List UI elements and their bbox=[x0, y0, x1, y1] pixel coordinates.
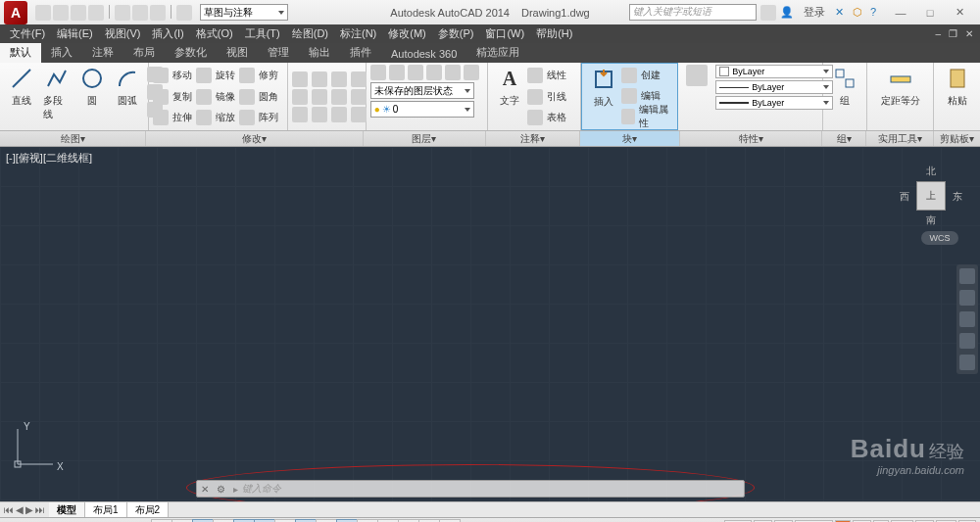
trim-icon[interactable] bbox=[239, 68, 255, 83]
command-line[interactable]: ✕ ⚙ ▸ 键入命令 bbox=[196, 480, 745, 498]
scale-icon[interactable] bbox=[196, 110, 212, 125]
qat-print-icon[interactable] bbox=[115, 5, 130, 21]
drawing-area[interactable]: [-][俯视][二维线框] Y X 上 北 南 西 东 WCS ✕ ⚙ ▸ 键入… bbox=[0, 147, 980, 501]
layerprev-icon[interactable] bbox=[464, 65, 479, 80]
layout-tab-2[interactable]: 布局2 bbox=[127, 502, 170, 518]
layerlock-icon[interactable] bbox=[426, 65, 442, 80]
menu-draw[interactable]: 绘图(D) bbox=[286, 26, 334, 41]
window-minimize-button[interactable]: — bbox=[888, 4, 913, 22]
layeroff-icon[interactable] bbox=[389, 65, 405, 80]
qat-new-icon[interactable] bbox=[35, 5, 51, 21]
sc-icon[interactable] bbox=[418, 519, 440, 523]
tab-a360[interactable]: Autodesk 360 bbox=[381, 45, 466, 63]
fullnav-icon[interactable] bbox=[959, 268, 975, 284]
mirror-icon[interactable] bbox=[196, 89, 212, 105]
menu-modify[interactable]: 修改(M) bbox=[382, 26, 432, 41]
viewcube-south[interactable]: 南 bbox=[926, 214, 936, 227]
showmotion-icon[interactable] bbox=[959, 355, 975, 370]
layerfreeze-icon[interactable] bbox=[408, 65, 423, 80]
circle-button[interactable]: 圆 bbox=[74, 65, 110, 128]
dyn-icon[interactable] bbox=[336, 519, 358, 523]
app-menu-button[interactable]: A bbox=[4, 1, 27, 24]
window-maximize-button[interactable]: □ bbox=[917, 4, 943, 22]
align-icon[interactable] bbox=[351, 89, 367, 105]
viewcube-east[interactable]: 东 bbox=[953, 190, 962, 204]
view-cube[interactable]: 上 北 南 西 东 bbox=[900, 165, 962, 227]
panel-label-block[interactable]: 块 ▾ bbox=[580, 131, 680, 146]
menu-format[interactable]: 格式(O) bbox=[190, 26, 239, 41]
ducs-icon[interactable] bbox=[316, 519, 337, 523]
group-button[interactable]: 组 bbox=[827, 65, 862, 108]
fillet-icon[interactable] bbox=[239, 89, 255, 105]
menu-window[interactable]: 窗口(W) bbox=[479, 26, 530, 41]
menu-help[interactable]: 帮助(H) bbox=[530, 26, 578, 41]
layermatch-icon[interactable] bbox=[445, 65, 461, 80]
tab-home[interactable]: 默认 bbox=[0, 42, 41, 63]
viewcube-north[interactable]: 北 bbox=[926, 165, 936, 178]
reverse-icon[interactable] bbox=[312, 107, 327, 122]
menu-tools[interactable]: 工具(T) bbox=[239, 26, 286, 41]
polar-icon[interactable] bbox=[233, 519, 255, 523]
cmdline-close-icon[interactable]: ✕ bbox=[197, 484, 213, 495]
qat-redo-icon[interactable] bbox=[150, 5, 166, 21]
text-button[interactable]: A文字 bbox=[492, 65, 527, 128]
qat-saveas-icon[interactable] bbox=[88, 5, 104, 21]
exchange-icon[interactable]: ✕ bbox=[835, 6, 849, 20]
help-icon[interactable]: ? bbox=[870, 6, 884, 20]
orbit-icon[interactable] bbox=[959, 333, 975, 349]
offset-icon[interactable] bbox=[331, 71, 347, 87]
qat-undo-icon[interactable] bbox=[132, 5, 148, 21]
ltab-prev-icon[interactable]: ◀ bbox=[16, 504, 24, 515]
panel-label-utilities[interactable]: 实用工具 ▾ bbox=[866, 131, 934, 146]
tab-featured[interactable]: 精选应用 bbox=[466, 42, 529, 63]
leader-icon[interactable] bbox=[527, 89, 543, 105]
tab-plugins[interactable]: 插件 bbox=[340, 42, 381, 63]
chamfer-icon[interactable] bbox=[331, 89, 347, 105]
erase-icon[interactable] bbox=[292, 71, 308, 87]
panel-label-layer[interactable]: 图层 ▾ bbox=[364, 131, 486, 146]
viewcube-west[interactable]: 西 bbox=[900, 190, 909, 204]
lengthen-icon[interactable] bbox=[292, 107, 308, 122]
cmdline-options-icon[interactable]: ⚙ bbox=[213, 484, 229, 495]
blend-icon[interactable] bbox=[331, 107, 347, 122]
measure-button[interactable]: 定距等分 bbox=[871, 65, 929, 108]
cmdline-input[interactable]: 键入命令 bbox=[242, 482, 281, 496]
panel-label-clipboard[interactable]: 剪贴板 ▾ bbox=[934, 131, 980, 146]
panel-label-modify[interactable]: 修改 ▾ bbox=[146, 131, 364, 146]
layer-state-dropdown[interactable]: 未保存的图层状态 bbox=[370, 82, 474, 99]
zoom-icon[interactable] bbox=[959, 311, 975, 327]
copy-icon[interactable] bbox=[153, 89, 169, 105]
overkill-icon[interactable] bbox=[351, 107, 367, 122]
tab-insert[interactable]: 插入 bbox=[41, 42, 82, 63]
blockattr-icon[interactable] bbox=[621, 109, 635, 124]
qat-save-icon[interactable] bbox=[71, 5, 86, 21]
insert-button[interactable]: 插入 bbox=[586, 66, 621, 127]
ltab-last-icon[interactable]: ⏭ bbox=[35, 504, 45, 515]
menu-file[interactable]: 文件(F) bbox=[4, 26, 51, 41]
polyline-button[interactable]: 多段线 bbox=[39, 65, 74, 128]
menu-view[interactable]: 视图(V) bbox=[99, 26, 147, 41]
infer-icon[interactable] bbox=[151, 519, 172, 523]
tab-output[interactable]: 输出 bbox=[299, 42, 340, 63]
panel-label-draw[interactable]: 绘图 ▾ bbox=[0, 131, 146, 146]
qat-open-icon[interactable] bbox=[53, 5, 69, 21]
layerprop-icon[interactable] bbox=[370, 65, 386, 80]
window-close-button[interactable]: ✕ bbox=[947, 4, 972, 22]
layout-tab-model[interactable]: 模型 bbox=[49, 502, 85, 518]
viewcube-top-face[interactable]: 上 bbox=[916, 181, 946, 211]
layer-dropdown[interactable]: ●☀0 bbox=[370, 101, 474, 118]
join-icon[interactable] bbox=[351, 71, 367, 87]
panel-label-properties[interactable]: 特性 ▾ bbox=[680, 131, 822, 146]
color-dropdown[interactable]: ByLayer bbox=[715, 65, 833, 78]
am-icon[interactable] bbox=[439, 519, 461, 523]
tpy-icon[interactable] bbox=[377, 519, 399, 523]
rotate-icon[interactable] bbox=[196, 68, 212, 83]
ltab-next-icon[interactable]: ▶ bbox=[25, 504, 33, 515]
stay-connected-icon[interactable]: ⬡ bbox=[853, 6, 866, 20]
menu-edit[interactable]: 编辑(E) bbox=[51, 26, 99, 41]
menu-insert[interactable]: 插入(I) bbox=[146, 26, 189, 41]
paste-button[interactable]: 粘贴 bbox=[938, 65, 976, 108]
mdi-restore-icon[interactable]: ❐ bbox=[946, 28, 960, 39]
blockedit-icon[interactable] bbox=[621, 88, 637, 104]
layout-tab-1[interactable]: 布局1 bbox=[85, 502, 127, 518]
